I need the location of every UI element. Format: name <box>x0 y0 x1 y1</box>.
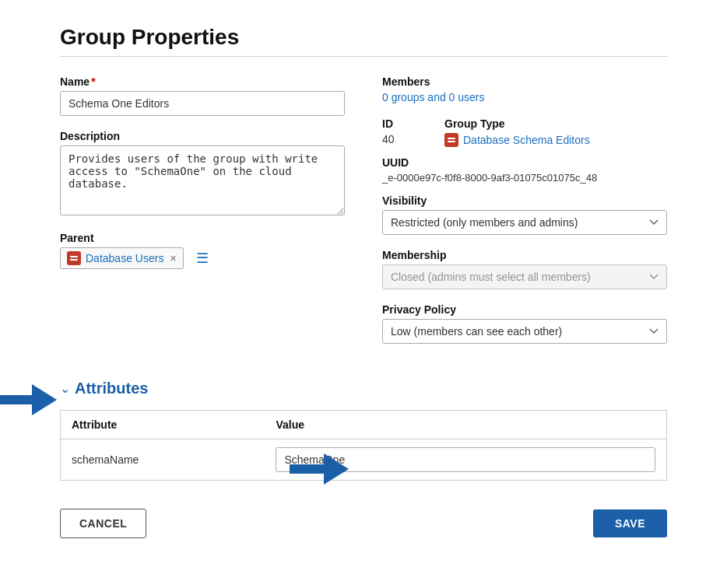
required-marker: * <box>91 75 95 88</box>
id-value: 40 <box>382 133 444 145</box>
arrow-shaft-1 <box>0 395 32 404</box>
attributes-wrapper: ⌄ Attributes Attribute Value <box>60 380 667 481</box>
value-col-header: Value <box>265 411 666 439</box>
privacy-group: Privacy Policy Low (members can see each… <box>382 303 667 344</box>
name-input[interactable] <box>60 91 345 116</box>
id-col: ID 40 <box>382 117 444 147</box>
uuid-section: UUID _e-0000e97c-f0f8-8000-9af3-01075c01… <box>382 156 667 184</box>
group-type-icon <box>444 133 458 147</box>
description-label: Description <box>60 130 345 142</box>
visibility-select[interactable]: Restricted (only members and admins)Publ… <box>382 210 667 235</box>
uuid-value: _e-0000e97c-f0f8-8000-9af3-01075c01075c_… <box>382 172 667 184</box>
arrow-head-2 <box>324 453 349 485</box>
id-header: ID <box>382 117 444 130</box>
members-label: Members <box>382 75 667 88</box>
table-row: schemaName <box>61 439 667 481</box>
svg-point-7 <box>448 141 450 142</box>
value-arrow <box>290 453 349 485</box>
description-textarea[interactable]: Provides users of the group with write a… <box>60 145 345 215</box>
privacy-label: Privacy Policy <box>382 303 667 316</box>
page-title: Group Properties <box>60 25 667 50</box>
membership-group: Membership Closed (admins must select al… <box>382 249 667 289</box>
parent-field-group: Parent Database Users × <box>60 232 345 269</box>
footer-buttons: CANCEL SAVE <box>60 509 667 538</box>
parent-tag: Database Users × <box>60 247 184 269</box>
group-type-value[interactable]: Database Schema Editors <box>444 133 590 147</box>
group-type-col: Group Type Database Schema Editors <box>444 117 667 147</box>
id-type-row: ID 40 Group Type <box>382 117 667 147</box>
visibility-group: Visibility Restricted (only members and … <box>382 194 667 235</box>
divider <box>60 56 667 57</box>
svg-point-3 <box>71 259 72 261</box>
remove-parent-button[interactable]: × <box>170 252 176 264</box>
attributes-header: ⌄ Attributes <box>60 380 667 397</box>
arrow-head-1 <box>32 384 57 415</box>
attribute-col-header: Attribute <box>61 411 265 439</box>
attributes-arrow <box>0 384 57 415</box>
parent-icon <box>67 251 81 265</box>
parent-label: Parent <box>60 232 345 244</box>
visibility-label: Visibility <box>382 194 667 207</box>
attributes-title[interactable]: Attributes <box>75 380 148 397</box>
cancel-button[interactable]: CANCEL <box>60 509 146 538</box>
right-column: Members 0 groups and 0 users ID 40 Group… <box>382 75 667 358</box>
description-field-group: Description Provides users of the group … <box>60 130 345 218</box>
arrow-shaft-2 <box>290 464 324 474</box>
members-group: Members 0 groups and 0 users <box>382 75 667 103</box>
attr-name-cell: schemaName <box>61 439 265 481</box>
list-icon[interactable]: ☰ <box>196 250 209 267</box>
parent-row: Database Users × ☰ <box>60 247 345 269</box>
membership-label: Membership <box>382 249 667 261</box>
svg-point-6 <box>448 138 450 139</box>
uuid-label: UUID <box>382 156 667 169</box>
attributes-section: ⌄ Attributes Attribute Value <box>60 380 667 481</box>
chevron-icon[interactable]: ⌄ <box>60 381 70 396</box>
members-link[interactable]: 0 groups and 0 users <box>382 91 485 103</box>
membership-select[interactable]: Closed (admins must select all members)O… <box>382 264 667 289</box>
parent-tag-text: Database Users <box>86 252 163 264</box>
svg-point-2 <box>71 256 72 257</box>
name-field-group: Name* <box>60 75 345 116</box>
attributes-table-wrapper: Attribute Value schemaName <box>60 410 667 481</box>
attributes-table: Attribute Value schemaName <box>60 410 667 481</box>
privacy-select[interactable]: Low (members can see each other)MediumHi… <box>382 319 667 344</box>
save-button[interactable]: SAVE <box>593 509 667 537</box>
name-label: Name* <box>60 75 345 88</box>
left-column: Name* Description Provides users of the … <box>60 75 345 358</box>
group-type-header: Group Type <box>444 117 667 130</box>
